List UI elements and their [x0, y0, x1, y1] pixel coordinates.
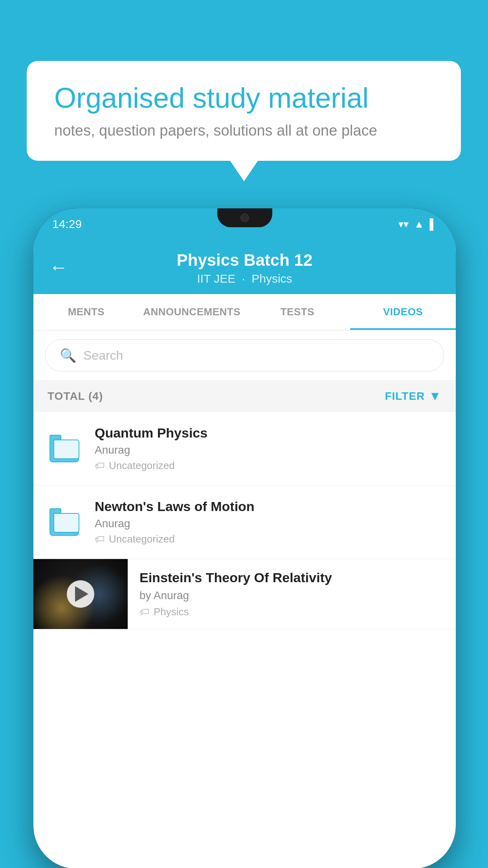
bubble-title: Organised study material: [54, 83, 433, 114]
filter-button[interactable]: FILTER ▼: [385, 389, 442, 403]
item-author: Anurag: [95, 444, 442, 456]
play-button[interactable]: [67, 580, 94, 608]
item-details: Quantum Physics Anurag 🏷 Uncategorized: [95, 425, 442, 472]
video-author: by Anurag: [139, 589, 444, 602]
battery-icon: ▌: [430, 218, 437, 230]
tab-announcements[interactable]: ANNOUNCEMENTS: [139, 294, 245, 330]
app-title: Physics Batch 12: [177, 251, 313, 270]
tag-label: Uncategorized: [109, 460, 175, 472]
list-item-video[interactable]: Einstein's Theory Of Relativity by Anura…: [33, 559, 456, 629]
phone-frame: 14:29 ▾▾ ▲ ▌ ← Physics Batch 12 IIT JEE …: [33, 208, 456, 868]
filter-bar: TOTAL (4) FILTER ▼: [33, 380, 456, 412]
folder-icon: [50, 508, 81, 536]
tab-videos[interactable]: VIDEOS: [350, 294, 456, 330]
search-icon: 🔍: [60, 348, 76, 363]
item-tag: 🏷 Uncategorized: [95, 460, 442, 472]
status-icons: ▾▾ ▲ ▌: [398, 218, 437, 230]
status-bar: 14:29 ▾▾ ▲ ▌: [33, 208, 456, 240]
play-triangle-icon: [75, 586, 88, 602]
item-icon: [48, 431, 83, 466]
subtitle-separator: ·: [242, 272, 249, 285]
app-header: ← Physics Batch 12 IIT JEE · Physics: [33, 240, 456, 294]
item-author: Anurag: [95, 517, 442, 530]
item-details: Newton's Laws of Motion Anurag 🏷 Uncateg…: [95, 499, 442, 545]
list-item[interactable]: Newton's Laws of Motion Anurag 🏷 Uncateg…: [33, 485, 456, 559]
item-title: Newton's Laws of Motion: [95, 499, 442, 514]
app-subtitle: IIT JEE · Physics: [197, 272, 292, 285]
search-placeholder: Search: [83, 348, 123, 363]
item-tag: 🏷 Uncategorized: [95, 533, 442, 545]
filter-label: FILTER: [385, 390, 425, 403]
total-count: TOTAL (4): [48, 390, 103, 403]
tab-tests[interactable]: TESTS: [245, 294, 350, 330]
list-item[interactable]: Quantum Physics Anurag 🏷 Uncategorized: [33, 412, 456, 485]
status-time: 14:29: [52, 217, 82, 231]
speech-bubble: Organised study material notes, question…: [27, 61, 461, 161]
back-button[interactable]: ←: [49, 256, 68, 278]
wifi-icon: ▾▾: [398, 218, 409, 230]
tag-label: Uncategorized: [109, 533, 175, 545]
item-icon: [48, 504, 83, 540]
phone-inner: ← Physics Batch 12 IIT JEE · Physics MEN…: [33, 240, 456, 868]
tag-icon: 🏷: [139, 606, 150, 618]
phone-notch: [217, 208, 272, 227]
tag-icon: 🏷: [95, 460, 105, 472]
tab-ments[interactable]: MENTS: [33, 294, 139, 330]
tabs-bar: MENTS ANNOUNCEMENTS TESTS VIDEOS: [33, 294, 456, 331]
item-title: Quantum Physics: [95, 425, 442, 441]
folder-icon: [50, 435, 81, 462]
video-details: Einstein's Theory Of Relativity by Anura…: [128, 559, 456, 629]
video-thumbnail: [33, 559, 128, 629]
subtitle-part2: Physics: [251, 272, 292, 285]
tag-label: Physics: [154, 606, 189, 618]
video-tag: 🏷 Physics: [139, 606, 444, 618]
signal-icon: ▲: [414, 218, 424, 230]
filter-icon: ▼: [429, 389, 442, 403]
tag-icon: 🏷: [95, 533, 105, 545]
search-container: 🔍 Search: [33, 331, 456, 380]
video-title: Einstein's Theory Of Relativity: [139, 570, 444, 585]
subtitle-part1: IIT JEE: [197, 272, 235, 285]
camera-dot: [240, 213, 249, 222]
bubble-subtitle: notes, question papers, solutions all at…: [54, 122, 433, 139]
search-bar[interactable]: 🔍 Search: [45, 339, 444, 371]
